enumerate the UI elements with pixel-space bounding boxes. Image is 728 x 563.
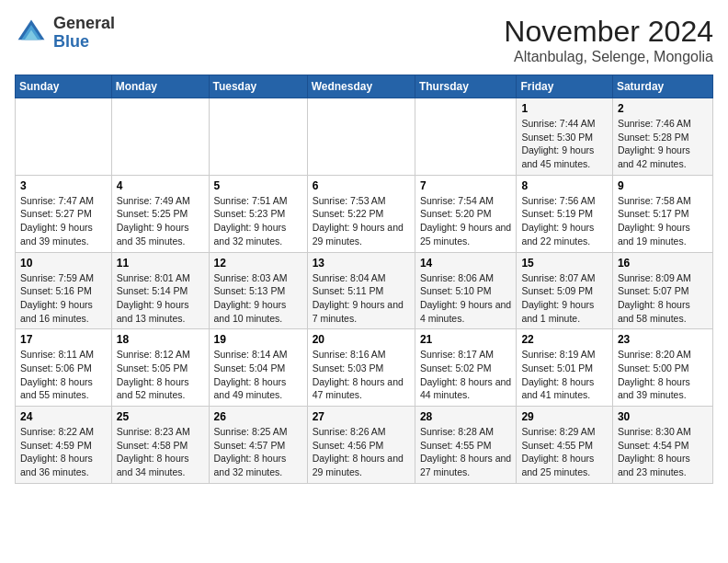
day-number: 26 [214, 410, 302, 423]
calendar-cell: 6Sunrise: 7:53 AM Sunset: 5:22 PM Daylig… [307, 175, 415, 252]
weekday-header: Saturday [612, 75, 712, 98]
day-number: 9 [618, 179, 708, 192]
weekday-header: Tuesday [209, 75, 307, 98]
calendar-cell [307, 98, 415, 176]
weekday-header: Monday [111, 75, 209, 98]
logo-icon [15, 17, 48, 50]
calendar-cell: 13Sunrise: 8:04 AM Sunset: 5:11 PM Dayli… [307, 252, 415, 329]
calendar-cell: 29Sunrise: 8:29 AM Sunset: 4:55 PM Dayli… [517, 407, 612, 484]
day-info: Sunrise: 8:20 AM Sunset: 5:00 PM Dayligh… [618, 348, 708, 402]
day-number: 19 [214, 333, 302, 346]
calendar-cell: 17Sunrise: 8:11 AM Sunset: 5:06 PM Dayli… [16, 329, 112, 407]
header-row: SundayMondayTuesdayWednesdayThursdayFrid… [16, 75, 713, 98]
location-title: Altanbulag, Selenge, Mongolia [504, 49, 713, 65]
weekday-header: Thursday [415, 75, 517, 98]
day-info: Sunrise: 8:11 AM Sunset: 5:06 PM Dayligh… [20, 348, 107, 402]
calendar-cell [16, 98, 112, 176]
calendar-week-row: 1Sunrise: 7:44 AM Sunset: 5:30 PM Daylig… [16, 98, 713, 176]
calendar-week-row: 17Sunrise: 8:11 AM Sunset: 5:06 PM Dayli… [16, 329, 713, 407]
calendar-cell: 3Sunrise: 7:47 AM Sunset: 5:27 PM Daylig… [16, 175, 112, 252]
calendar-cell: 28Sunrise: 8:28 AM Sunset: 4:55 PM Dayli… [415, 407, 517, 484]
weekday-header: Wednesday [307, 75, 415, 98]
day-info: Sunrise: 8:30 AM Sunset: 4:54 PM Dayligh… [618, 425, 708, 479]
day-number: 30 [618, 410, 708, 423]
calendar-cell: 14Sunrise: 8:06 AM Sunset: 5:10 PM Dayli… [415, 252, 517, 329]
day-info: Sunrise: 8:03 AM Sunset: 5:13 PM Dayligh… [214, 271, 302, 326]
day-number: 4 [117, 179, 204, 192]
calendar-cell: 9Sunrise: 7:58 AM Sunset: 5:17 PM Daylig… [612, 175, 712, 252]
day-number: 1 [521, 102, 607, 115]
day-info: Sunrise: 8:07 AM Sunset: 5:09 PM Dayligh… [521, 271, 607, 326]
header: General Blue November 2024 Altanbulag, S… [15, 15, 713, 65]
day-number: 14 [420, 257, 512, 270]
calendar-cell: 1Sunrise: 7:44 AM Sunset: 5:30 PM Daylig… [517, 98, 612, 176]
day-info: Sunrise: 8:17 AM Sunset: 5:02 PM Dayligh… [420, 348, 512, 402]
calendar-cell: 21Sunrise: 8:17 AM Sunset: 5:02 PM Dayli… [415, 329, 517, 407]
day-number: 10 [20, 257, 107, 270]
day-number: 3 [20, 179, 107, 192]
calendar-body: 1Sunrise: 7:44 AM Sunset: 5:30 PM Daylig… [16, 98, 713, 484]
day-number: 7 [420, 179, 512, 192]
day-info: Sunrise: 7:49 AM Sunset: 5:25 PM Dayligh… [117, 194, 204, 248]
day-info: Sunrise: 8:06 AM Sunset: 5:10 PM Dayligh… [420, 271, 512, 326]
day-number: 15 [521, 257, 607, 270]
day-info: Sunrise: 7:58 AM Sunset: 5:17 PM Dayligh… [618, 194, 708, 248]
calendar-cell: 18Sunrise: 8:12 AM Sunset: 5:05 PM Dayli… [111, 329, 209, 407]
day-number: 17 [20, 333, 107, 346]
calendar-cell [415, 98, 517, 176]
calendar-cell: 11Sunrise: 8:01 AM Sunset: 5:14 PM Dayli… [111, 252, 209, 329]
day-info: Sunrise: 8:12 AM Sunset: 5:05 PM Dayligh… [117, 348, 204, 402]
day-info: Sunrise: 8:14 AM Sunset: 5:04 PM Dayligh… [214, 348, 302, 402]
day-number: 12 [214, 257, 302, 270]
calendar-week-row: 24Sunrise: 8:22 AM Sunset: 4:59 PM Dayli… [16, 407, 713, 484]
calendar-cell: 16Sunrise: 8:09 AM Sunset: 5:07 PM Dayli… [612, 252, 712, 329]
month-title: November 2024 [504, 15, 713, 49]
day-number: 23 [618, 333, 708, 346]
day-number: 8 [521, 179, 607, 192]
calendar-cell: 24Sunrise: 8:22 AM Sunset: 4:59 PM Dayli… [16, 407, 112, 484]
day-info: Sunrise: 8:09 AM Sunset: 5:07 PM Dayligh… [618, 271, 708, 326]
day-info: Sunrise: 7:59 AM Sunset: 5:16 PM Dayligh… [20, 271, 107, 326]
day-info: Sunrise: 7:44 AM Sunset: 5:30 PM Dayligh… [521, 117, 607, 171]
calendar-cell: 4Sunrise: 7:49 AM Sunset: 5:25 PM Daylig… [111, 175, 209, 252]
day-info: Sunrise: 8:16 AM Sunset: 5:03 PM Dayligh… [313, 348, 410, 402]
day-number: 25 [117, 410, 204, 423]
day-info: Sunrise: 8:22 AM Sunset: 4:59 PM Dayligh… [20, 425, 107, 479]
logo: General Blue [15, 15, 115, 52]
calendar-header: SundayMondayTuesdayWednesdayThursdayFrid… [16, 75, 713, 98]
day-number: 6 [313, 179, 410, 192]
day-info: Sunrise: 7:46 AM Sunset: 5:28 PM Dayligh… [618, 117, 708, 171]
calendar-week-row: 10Sunrise: 7:59 AM Sunset: 5:16 PM Dayli… [16, 252, 713, 329]
calendar-cell: 19Sunrise: 8:14 AM Sunset: 5:04 PM Dayli… [209, 329, 307, 407]
day-number: 11 [117, 257, 204, 270]
day-info: Sunrise: 8:29 AM Sunset: 4:55 PM Dayligh… [521, 425, 607, 479]
day-number: 29 [521, 410, 607, 423]
calendar-cell: 23Sunrise: 8:20 AM Sunset: 5:00 PM Dayli… [612, 329, 712, 407]
day-number: 21 [420, 333, 512, 346]
calendar-cell: 20Sunrise: 8:16 AM Sunset: 5:03 PM Dayli… [307, 329, 415, 407]
day-info: Sunrise: 8:25 AM Sunset: 4:57 PM Dayligh… [214, 425, 302, 479]
title-area: November 2024 Altanbulag, Selenge, Mongo… [504, 15, 713, 65]
day-number: 2 [618, 102, 708, 115]
day-number: 13 [313, 257, 410, 270]
calendar-cell [111, 98, 209, 176]
day-info: Sunrise: 7:47 AM Sunset: 5:27 PM Dayligh… [20, 194, 107, 248]
weekday-header: Sunday [16, 75, 112, 98]
weekday-header: Friday [517, 75, 612, 98]
calendar-week-row: 3Sunrise: 7:47 AM Sunset: 5:27 PM Daylig… [16, 175, 713, 252]
day-number: 28 [420, 410, 512, 423]
calendar-cell: 15Sunrise: 8:07 AM Sunset: 5:09 PM Dayli… [517, 252, 612, 329]
day-info: Sunrise: 8:26 AM Sunset: 4:56 PM Dayligh… [313, 425, 410, 479]
calendar-cell: 8Sunrise: 7:56 AM Sunset: 5:19 PM Daylig… [517, 175, 612, 252]
calendar-cell: 2Sunrise: 7:46 AM Sunset: 5:28 PM Daylig… [612, 98, 712, 176]
calendar-cell: 7Sunrise: 7:54 AM Sunset: 5:20 PM Daylig… [415, 175, 517, 252]
day-info: Sunrise: 8:01 AM Sunset: 5:14 PM Dayligh… [117, 271, 204, 326]
calendar-cell: 26Sunrise: 8:25 AM Sunset: 4:57 PM Dayli… [209, 407, 307, 484]
calendar-cell: 12Sunrise: 8:03 AM Sunset: 5:13 PM Dayli… [209, 252, 307, 329]
day-number: 22 [521, 333, 607, 346]
day-info: Sunrise: 8:04 AM Sunset: 5:11 PM Dayligh… [313, 271, 410, 326]
day-number: 5 [214, 179, 302, 192]
logo-text: General Blue [53, 15, 115, 52]
day-number: 24 [20, 410, 107, 423]
day-info: Sunrise: 7:56 AM Sunset: 5:19 PM Dayligh… [521, 194, 607, 248]
